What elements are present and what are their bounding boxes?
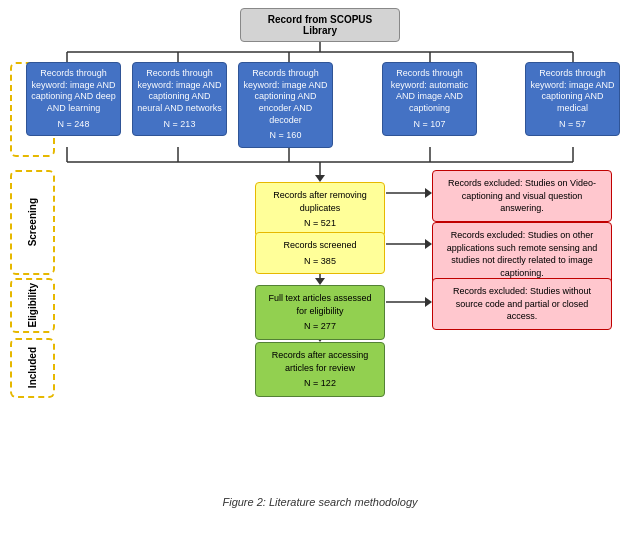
search-box-1-keyword: Records through keyword: image AND capti… [31,68,116,115]
included-label: Included [10,338,55,398]
screened-count: N = 385 [264,255,376,268]
excluded-2-text: Records excluded: Studies on other appli… [441,229,603,279]
excluded-box-3: Records excluded: Studies without source… [432,278,612,330]
final-records-count: N = 122 [264,377,376,390]
search-box-1: Records through keyword: image AND capti… [26,62,121,136]
search-box-4-count: N = 107 [387,119,472,131]
excluded-1-text: Records excluded: Studies on Video-capti… [441,177,603,215]
search-box-5-count: N = 57 [530,119,615,131]
svg-marker-24 [425,239,432,249]
figure-caption: Figure 2: Literature search methodology [222,496,417,508]
screened-box: Records screened N = 385 [255,232,385,274]
search-box-2: Records through keyword: image AND capti… [132,62,227,136]
search-box-5-keyword: Records through keyword: image AND capti… [530,68,615,115]
eligibility-label: Eligibility [10,278,55,333]
excluded-3-text: Records excluded: Studies without source… [441,285,603,323]
svg-marker-18 [315,278,325,285]
search-box-3: Records through keyword: image AND capti… [238,62,333,148]
excluded-box-1: Records excluded: Studies on Video-capti… [432,170,612,222]
search-box-4-keyword: Records through keyword: automatic AND i… [387,68,472,115]
search-box-1-count: N = 248 [31,119,116,131]
scopus-library-box: Record from SCOPUS Library [240,8,400,42]
search-box-5: Records through keyword: image AND capti… [525,62,620,136]
search-box-2-count: N = 213 [137,119,222,131]
screened-text: Records screened [264,239,376,252]
eligibility-text: Full text articles assessed for eligibil… [264,292,376,317]
search-box-3-keyword: Records through keyword: image AND capti… [243,68,328,126]
search-box-2-keyword: Records through keyword: image AND capti… [137,68,222,115]
search-box-3-count: N = 160 [243,130,328,142]
final-records-text: Records after accessing articles for rev… [264,349,376,374]
scopus-title: Record from SCOPUS Library [268,14,372,36]
eligibility-box: Full text articles assessed for eligibil… [255,285,385,340]
svg-marker-14 [315,175,325,182]
duplicates-text: Records after removing duplicates [264,189,376,214]
excluded-box-2: Records excluded: Studies on other appli… [432,222,612,286]
svg-marker-26 [425,297,432,307]
screening-label: Screening [10,170,55,275]
search-box-4: Records through keyword: automatic AND i… [382,62,477,136]
final-records-box: Records after accessing articles for rev… [255,342,385,397]
svg-marker-22 [425,188,432,198]
duplicates-box: Records after removing duplicates N = 52… [255,182,385,237]
duplicates-count: N = 521 [264,217,376,230]
eligibility-count: N = 277 [264,320,376,333]
